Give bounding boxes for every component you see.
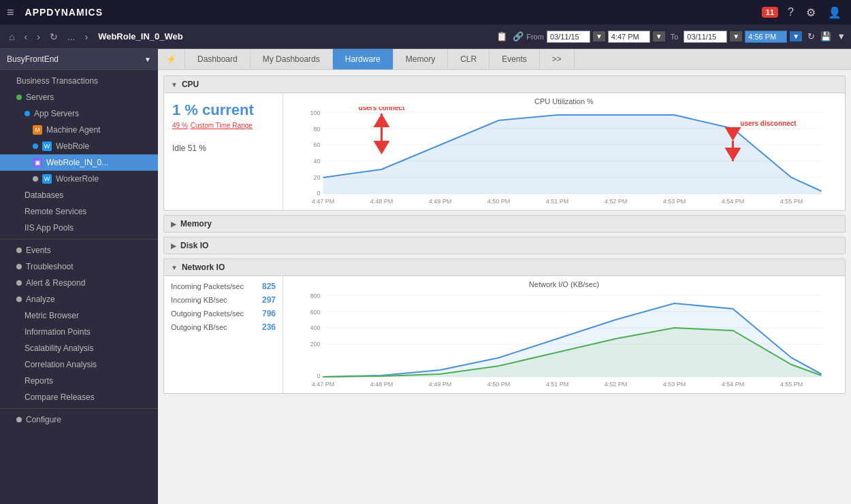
events-label: Events [26, 246, 51, 255]
svg-text:4:52 PM: 4:52 PM [605, 198, 628, 205]
cpu-chart: 100 80 60 40 20 0 [286, 107, 842, 205]
svg-text:4:54 PM: 4:54 PM [722, 381, 745, 388]
cpu-header[interactable]: ▼ CPU [164, 76, 845, 93]
from-date-input[interactable] [547, 31, 590, 43]
sidebar-item-alert-respond[interactable]: Alert & Respond [0, 275, 158, 291]
sidebar-divider-1 [0, 239, 158, 239]
tab-more[interactable]: >> [540, 49, 575, 69]
sidebar-item-analyze[interactable]: Analyze [0, 291, 158, 307]
scalability-analysis-label: Scalability Analysis [25, 343, 93, 353]
sidebar-item-workerrole[interactable]: W WorkerRole [0, 171, 158, 187]
sidebar-item-machine-agent[interactable]: M Machine Agent [0, 122, 158, 138]
from-date-cal-button[interactable]: ▼ [593, 31, 605, 41]
svg-text:800: 800 [310, 292, 320, 299]
tab-dashboard[interactable]: Dashboard [185, 49, 251, 69]
cpu-custom-range-link[interactable]: Custom Time Range [191, 122, 253, 129]
dropdown-button[interactable]: ▼ [837, 31, 846, 41]
correlation-analysis-label: Correlation Analysis [25, 360, 97, 369]
incoming-packets-label: Incoming Packets/sec [171, 282, 244, 290]
analyze-label: Analyze [26, 295, 55, 304]
disk-io-title: Disk IO [180, 241, 208, 250]
tab-hardware[interactable]: Hardware [333, 49, 394, 69]
webrole-in0-icon: ▣ [33, 158, 42, 167]
incoming-kb-value: 297 [262, 295, 276, 305]
home-icon[interactable]: ⌂ [5, 30, 18, 44]
tabbar: ⚡ Dashboard My Dashboards Hardware Memor… [158, 49, 851, 70]
save-button[interactable]: 💾 [820, 31, 831, 41]
tab-memory[interactable]: Memory [394, 49, 448, 69]
settings-icon[interactable]: ⚙ [803, 6, 818, 19]
tab-my-dashboards[interactable]: My Dashboards [251, 49, 333, 69]
breadcrumb-chevron: › [81, 30, 91, 44]
sidebar-item-scalability-analysis[interactable]: Scalability Analysis [0, 340, 158, 356]
sidebar-item-webrole-in0[interactable]: ▣ WebRole_IN_0... [0, 154, 158, 171]
sidebar-item-compare-releases[interactable]: Compare Releases [0, 389, 158, 405]
sidebar-item-servers[interactable]: Servers [0, 89, 158, 105]
main-layout: BusyFrontEnd ▼ Business Transactions Ser… [0, 49, 851, 504]
troubleshoot-dot [16, 264, 22, 269]
sidebar-item-reports[interactable]: Reports [0, 373, 158, 389]
reports-label: Reports [25, 376, 53, 386]
sidebar-item-remote-services[interactable]: Remote Services [0, 203, 158, 220]
configure-dot [16, 417, 22, 422]
help-icon[interactable]: ? [785, 6, 797, 18]
toolbar-icon-1[interactable]: 📋 [496, 31, 507, 41]
svg-text:4:51 PM: 4:51 PM [546, 198, 569, 205]
sidebar-divider-2 [0, 408, 158, 409]
to-time-input[interactable] [745, 31, 787, 43]
network-io-header[interactable]: ▼ Network IO [164, 259, 845, 276]
svg-text:4:48 PM: 4:48 PM [370, 198, 394, 205]
cpu-idle: Idle 51 % [172, 144, 274, 153]
svg-text:0: 0 [317, 373, 320, 380]
sidebar-item-information-points[interactable]: Information Points [0, 324, 158, 340]
svg-text:4:50 PM: 4:50 PM [487, 198, 511, 205]
sidebar-item-databases[interactable]: Databases [0, 187, 158, 203]
network-io-chart-title: Network I/O (KB/sec) [286, 280, 842, 288]
forward-button[interactable]: › [33, 30, 44, 44]
memory-header[interactable]: ▶ Memory [164, 216, 845, 232]
svg-text:100: 100 [310, 110, 320, 116]
cpu-stat-box: 1 % current 49 % Custom Time Range Idle … [164, 93, 283, 210]
tab-events[interactable]: Events [489, 49, 540, 69]
sidebar-item-app-servers[interactable]: App Servers [0, 105, 158, 122]
sidebar-item-metric-browser[interactable]: Metric Browser [0, 307, 158, 324]
sidebar-item-business-transactions[interactable]: Business Transactions [0, 73, 158, 89]
refresh-nav-button[interactable]: ↻ [46, 30, 61, 44]
svg-text:200: 200 [310, 341, 320, 348]
netio-outgoing-kb: Outgoing KB/sec 236 [171, 322, 276, 332]
user-icon[interactable]: 👤 [825, 6, 844, 19]
sidebar-item-troubleshoot[interactable]: Troubleshoot [0, 258, 158, 275]
toolbar-icon-2[interactable]: 🔗 [513, 31, 524, 41]
disk-io-header[interactable]: ▶ Disk IO [164, 237, 845, 254]
tab-lightning[interactable]: ⚡ [158, 49, 185, 69]
network-io-chart: 800 600 400 200 0 [286, 290, 842, 388]
svg-text:4:53 PM: 4:53 PM [663, 381, 686, 388]
sidebar-item-correlation-analysis[interactable]: Correlation Analysis [0, 356, 158, 373]
hamburger-icon[interactable]: ≡ [7, 5, 14, 20]
to-date-input[interactable] [684, 31, 727, 43]
navbar: ⌂ ‹ › ↻ ... › WebRole_IN_0_Web 📋 🔗 From … [0, 24, 851, 49]
more-nav-button[interactable]: ... [64, 30, 79, 44]
to-date-cal-button[interactable]: ▼ [730, 31, 742, 41]
machine-agent-icon: M [33, 125, 42, 135]
sidebar-item-webrole[interactable]: W WebRole [0, 138, 158, 154]
webrole-dot [33, 144, 38, 149]
back-button[interactable]: ‹ [20, 30, 31, 44]
tab-clr[interactable]: CLR [448, 49, 489, 69]
disk-io-toggle: ▶ [171, 242, 176, 250]
notification-badge[interactable]: 11 [762, 7, 778, 18]
from-time-cal-button[interactable]: ▼ [653, 31, 665, 41]
sidebar-item-events[interactable]: Events [0, 242, 158, 258]
to-time-cal-button[interactable]: ▼ [790, 31, 802, 41]
refresh-button[interactable]: ↻ [807, 31, 815, 41]
analyze-dot [16, 297, 22, 302]
memory-title: Memory [180, 219, 212, 229]
from-time-input[interactable] [608, 31, 650, 43]
to-label: To [671, 33, 679, 41]
panels: ▼ CPU 1 % current 49 % Custom Time Range… [158, 70, 851, 504]
cpu-custom: 49 % Custom Time Range [172, 119, 274, 130]
cpu-chart-title: CPU Utilization % [286, 97, 842, 105]
app-selector[interactable]: BusyFrontEnd ▼ [0, 49, 158, 70]
sidebar-item-configure[interactable]: Configure [0, 411, 158, 428]
sidebar-item-iis-app-pools[interactable]: IIS App Pools [0, 220, 158, 236]
